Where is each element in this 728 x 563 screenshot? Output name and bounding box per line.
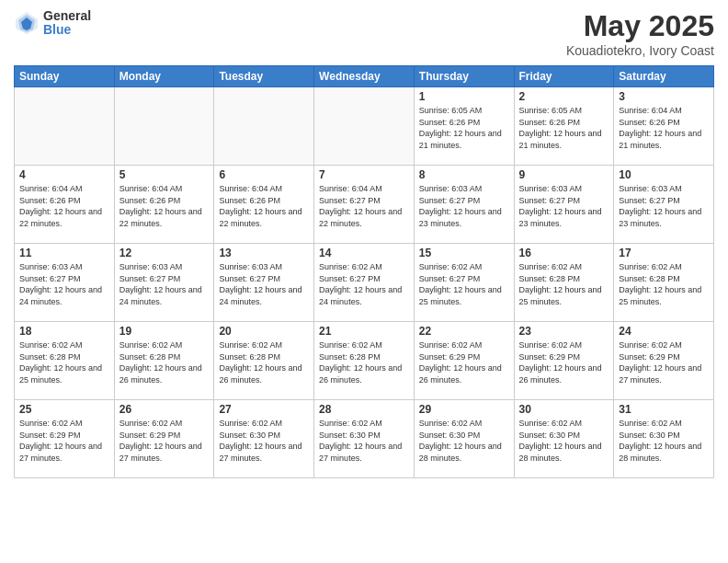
logo-blue-text: Blue bbox=[43, 23, 91, 37]
day-cell: 27Sunrise: 6:02 AM Sunset: 6:30 PM Dayli… bbox=[214, 400, 314, 478]
day-info: Sunrise: 6:02 AM Sunset: 6:27 PM Dayligh… bbox=[319, 261, 409, 307]
day-cell: 15Sunrise: 6:02 AM Sunset: 6:27 PM Dayli… bbox=[414, 244, 514, 322]
day-info: Sunrise: 6:04 AM Sunset: 6:26 PM Dayligh… bbox=[219, 183, 309, 229]
logo: General Blue bbox=[14, 9, 91, 38]
week-row-4: 25Sunrise: 6:02 AM Sunset: 6:29 PM Dayli… bbox=[15, 400, 714, 478]
day-cell: 3Sunrise: 6:04 AM Sunset: 6:26 PM Daylig… bbox=[614, 87, 714, 166]
day-number: 24 bbox=[619, 325, 709, 338]
day-cell: 18Sunrise: 6:02 AM Sunset: 6:28 PM Dayli… bbox=[15, 322, 115, 400]
day-info: Sunrise: 6:03 AM Sunset: 6:27 PM Dayligh… bbox=[119, 261, 210, 307]
day-number: 16 bbox=[519, 247, 609, 259]
day-info: Sunrise: 6:05 AM Sunset: 6:26 PM Dayligh… bbox=[519, 105, 609, 151]
day-number: 6 bbox=[219, 168, 309, 181]
day-info: Sunrise: 6:02 AM Sunset: 6:29 PM Dayligh… bbox=[19, 418, 109, 464]
day-cell: 5Sunrise: 6:04 AM Sunset: 6:26 PM Daylig… bbox=[114, 166, 214, 244]
week-row-1: 4Sunrise: 6:04 AM Sunset: 6:26 PM Daylig… bbox=[15, 166, 714, 244]
day-cell: 7Sunrise: 6:04 AM Sunset: 6:27 PM Daylig… bbox=[314, 166, 415, 244]
day-info: Sunrise: 6:02 AM Sunset: 6:29 PM Dayligh… bbox=[419, 339, 509, 385]
week-row-3: 18Sunrise: 6:02 AM Sunset: 6:28 PM Dayli… bbox=[15, 322, 714, 400]
day-cell: 16Sunrise: 6:02 AM Sunset: 6:28 PM Dayli… bbox=[514, 244, 614, 322]
day-info: Sunrise: 6:03 AM Sunset: 6:27 PM Dayligh… bbox=[219, 261, 309, 307]
day-info: Sunrise: 6:02 AM Sunset: 6:30 PM Dayligh… bbox=[319, 418, 409, 464]
day-info: Sunrise: 6:03 AM Sunset: 6:27 PM Dayligh… bbox=[419, 183, 509, 229]
day-cell: 13Sunrise: 6:03 AM Sunset: 6:27 PM Dayli… bbox=[214, 244, 314, 322]
day-number: 4 bbox=[19, 168, 109, 181]
day-cell: 2Sunrise: 6:05 AM Sunset: 6:26 PM Daylig… bbox=[514, 87, 614, 166]
day-info: Sunrise: 6:02 AM Sunset: 6:28 PM Dayligh… bbox=[619, 261, 709, 307]
day-number: 1 bbox=[419, 90, 509, 103]
day-number: 13 bbox=[219, 247, 309, 259]
day-number: 18 bbox=[19, 325, 109, 338]
title-block: May 2025 Kouadiotekro, Ivory Coast bbox=[566, 9, 714, 58]
day-cell: 21Sunrise: 6:02 AM Sunset: 6:28 PM Dayli… bbox=[314, 322, 415, 400]
day-info: Sunrise: 6:02 AM Sunset: 6:29 PM Dayligh… bbox=[619, 339, 709, 385]
day-cell: 10Sunrise: 6:03 AM Sunset: 6:27 PM Dayli… bbox=[614, 166, 714, 244]
day-cell: 23Sunrise: 6:02 AM Sunset: 6:29 PM Dayli… bbox=[514, 322, 614, 400]
th-friday: Friday bbox=[514, 66, 614, 87]
day-cell: 30Sunrise: 6:02 AM Sunset: 6:30 PM Dayli… bbox=[514, 400, 614, 478]
day-number: 8 bbox=[419, 168, 509, 181]
day-info: Sunrise: 6:05 AM Sunset: 6:26 PM Dayligh… bbox=[419, 105, 509, 151]
day-info: Sunrise: 6:02 AM Sunset: 6:30 PM Dayligh… bbox=[219, 418, 309, 464]
day-info: Sunrise: 6:04 AM Sunset: 6:27 PM Dayligh… bbox=[319, 183, 409, 229]
day-info: Sunrise: 6:02 AM Sunset: 6:30 PM Dayligh… bbox=[619, 418, 709, 464]
day-info: Sunrise: 6:03 AM Sunset: 6:27 PM Dayligh… bbox=[519, 183, 609, 229]
day-cell: 9Sunrise: 6:03 AM Sunset: 6:27 PM Daylig… bbox=[514, 166, 614, 244]
page: General Blue May 2025 Kouadiotekro, Ivor… bbox=[0, 0, 728, 563]
day-number: 28 bbox=[319, 403, 409, 416]
day-number: 19 bbox=[119, 325, 210, 338]
day-number: 25 bbox=[19, 403, 109, 416]
day-cell: 24Sunrise: 6:02 AM Sunset: 6:29 PM Dayli… bbox=[614, 322, 714, 400]
day-number: 17 bbox=[619, 247, 709, 259]
day-number: 30 bbox=[519, 403, 609, 416]
day-number: 11 bbox=[19, 247, 109, 259]
day-info: Sunrise: 6:04 AM Sunset: 6:26 PM Dayligh… bbox=[19, 183, 109, 229]
day-number: 21 bbox=[319, 325, 409, 338]
calendar-title: May 2025 bbox=[566, 9, 714, 43]
day-cell: 20Sunrise: 6:02 AM Sunset: 6:28 PM Dayli… bbox=[214, 322, 314, 400]
day-number: 15 bbox=[419, 247, 509, 259]
day-number: 26 bbox=[119, 403, 210, 416]
day-info: Sunrise: 6:04 AM Sunset: 6:26 PM Dayligh… bbox=[619, 105, 709, 151]
week-row-2: 11Sunrise: 6:03 AM Sunset: 6:27 PM Dayli… bbox=[15, 244, 714, 322]
day-number: 5 bbox=[119, 168, 210, 181]
day-cell: 28Sunrise: 6:02 AM Sunset: 6:30 PM Dayli… bbox=[314, 400, 415, 478]
day-cell: 19Sunrise: 6:02 AM Sunset: 6:28 PM Dayli… bbox=[114, 322, 214, 400]
day-number: 3 bbox=[619, 90, 709, 103]
day-cell: 17Sunrise: 6:02 AM Sunset: 6:28 PM Dayli… bbox=[614, 244, 714, 322]
day-number: 27 bbox=[219, 403, 309, 416]
day-cell: 12Sunrise: 6:03 AM Sunset: 6:27 PM Dayli… bbox=[114, 244, 214, 322]
day-cell bbox=[214, 87, 314, 166]
day-number: 31 bbox=[619, 403, 709, 416]
day-cell: 6Sunrise: 6:04 AM Sunset: 6:26 PM Daylig… bbox=[214, 166, 314, 244]
day-number: 9 bbox=[519, 168, 609, 181]
th-sunday: Sunday bbox=[15, 66, 115, 87]
day-cell bbox=[114, 87, 214, 166]
day-cell: 8Sunrise: 6:03 AM Sunset: 6:27 PM Daylig… bbox=[414, 166, 514, 244]
day-number: 2 bbox=[519, 90, 609, 103]
day-cell: 31Sunrise: 6:02 AM Sunset: 6:30 PM Dayli… bbox=[614, 400, 714, 478]
th-saturday: Saturday bbox=[614, 66, 714, 87]
day-info: Sunrise: 6:04 AM Sunset: 6:26 PM Dayligh… bbox=[119, 183, 210, 229]
header-row: Sunday Monday Tuesday Wednesday Thursday… bbox=[15, 66, 714, 87]
week-row-0: 1Sunrise: 6:05 AM Sunset: 6:26 PM Daylig… bbox=[15, 87, 714, 166]
header: General Blue May 2025 Kouadiotekro, Ivor… bbox=[14, 9, 714, 58]
th-wednesday: Wednesday bbox=[314, 66, 415, 87]
day-number: 20 bbox=[219, 325, 309, 338]
day-cell bbox=[314, 87, 415, 166]
day-cell: 25Sunrise: 6:02 AM Sunset: 6:29 PM Dayli… bbox=[15, 400, 115, 478]
day-info: Sunrise: 6:02 AM Sunset: 6:30 PM Dayligh… bbox=[519, 418, 609, 464]
th-thursday: Thursday bbox=[414, 66, 514, 87]
day-info: Sunrise: 6:02 AM Sunset: 6:28 PM Dayligh… bbox=[319, 339, 409, 385]
day-info: Sunrise: 6:02 AM Sunset: 6:28 PM Dayligh… bbox=[219, 339, 309, 385]
day-info: Sunrise: 6:02 AM Sunset: 6:28 PM Dayligh… bbox=[519, 261, 609, 307]
day-info: Sunrise: 6:02 AM Sunset: 6:28 PM Dayligh… bbox=[19, 339, 109, 385]
calendar-subtitle: Kouadiotekro, Ivory Coast bbox=[566, 43, 714, 58]
day-cell: 1Sunrise: 6:05 AM Sunset: 6:26 PM Daylig… bbox=[414, 87, 514, 166]
logo-general-text: General bbox=[43, 9, 91, 23]
day-cell: 14Sunrise: 6:02 AM Sunset: 6:27 PM Dayli… bbox=[314, 244, 415, 322]
day-number: 22 bbox=[419, 325, 509, 338]
day-cell: 4Sunrise: 6:04 AM Sunset: 6:26 PM Daylig… bbox=[15, 166, 115, 244]
day-cell bbox=[15, 87, 115, 166]
logo-text: General Blue bbox=[43, 9, 91, 38]
